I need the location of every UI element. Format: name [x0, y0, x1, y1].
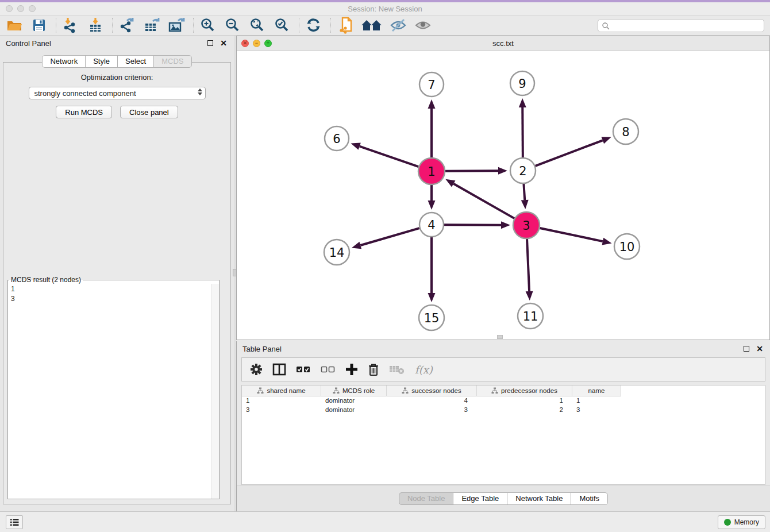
control-panel: Control Panel ✕ Network Style Select MCD… — [0, 36, 234, 511]
column-header-name[interactable]: name — [572, 385, 621, 396]
cell-shared-name[interactable]: 3 — [242, 406, 321, 415]
cell-name[interactable]: 3 — [572, 406, 621, 415]
delete-table-icon[interactable] — [389, 364, 405, 375]
cell-predecessor-nodes[interactable]: 2 — [477, 406, 572, 415]
graph-node-label: 4 — [428, 218, 435, 232]
import-table-button[interactable] — [86, 17, 105, 34]
column-label: name — [588, 387, 605, 394]
table-row[interactable]: 1 dominator 4 1 1 — [242, 396, 765, 406]
graph-edge-arrowhead — [519, 98, 526, 107]
zoom-fit-button[interactable] — [248, 17, 267, 34]
float-panel-icon[interactable] — [744, 346, 749, 352]
hide-selected-button[interactable] — [388, 17, 408, 34]
column-header-shared-name[interactable]: shared name — [242, 385, 321, 396]
tab-node-table[interactable]: Node Table — [399, 492, 454, 505]
cell-successor-nodes[interactable]: 4 — [387, 396, 477, 406]
status-bar: Memory — [0, 511, 770, 532]
home-button[interactable] — [360, 17, 383, 34]
import-network-button[interactable] — [61, 17, 80, 34]
deselect-all-checkboxes-icon[interactable] — [321, 364, 336, 375]
close-panel-button[interactable]: Close panel — [120, 106, 178, 118]
tab-style[interactable]: Style — [85, 55, 118, 68]
graph-node-label: 3 — [522, 219, 530, 233]
tab-network[interactable]: Network — [42, 55, 86, 68]
column-label: successor nodes — [411, 387, 461, 394]
column-header-mcds-role[interactable]: MCDS role — [321, 385, 387, 396]
graph-edge-2-3[interactable] — [523, 184, 525, 200]
zoom-selected-button[interactable] — [272, 17, 292, 34]
settings-gear-icon[interactable] — [250, 363, 263, 376]
cell-successor-nodes[interactable]: 3 — [387, 406, 477, 415]
add-column-icon[interactable] — [345, 363, 358, 376]
network-window-title: scc.txt — [237, 39, 769, 48]
mcds-result-box: MCDS result (2 nodes) 1 3 — [7, 276, 220, 499]
task-history-button[interactable] — [6, 515, 23, 529]
export-network-button[interactable] — [117, 17, 137, 34]
graph-edge-2-9[interactable] — [522, 107, 523, 157]
open-session-button[interactable] — [5, 17, 24, 34]
table-panel: Table Panel ✕ — [236, 341, 770, 511]
export-image-button[interactable] — [167, 17, 186, 34]
node-table[interactable]: shared name MCDS role successor nodes pr… — [241, 385, 765, 485]
column-type-icon — [402, 387, 409, 394]
graph-edge-arrowhead — [526, 291, 533, 300]
eye-icon — [414, 18, 432, 33]
graph-node-label: 7 — [428, 78, 435, 92]
memory-button[interactable]: Memory — [718, 515, 765, 529]
delete-trash-icon[interactable] — [368, 363, 379, 376]
tab-mcds[interactable]: MCDS — [153, 55, 191, 68]
tab-edge-table[interactable]: Edge Table — [453, 492, 507, 505]
show-all-button[interactable] — [413, 17, 433, 34]
save-session-button[interactable] — [29, 17, 49, 34]
split-panel-icon[interactable] — [272, 363, 286, 376]
graph-edge-4-3[interactable] — [444, 225, 501, 225]
task-list-icon — [10, 518, 19, 526]
function-builder-icon[interactable]: f(x) — [415, 364, 433, 376]
cell-name[interactable]: 1 — [572, 396, 621, 406]
select-all-checkboxes-icon[interactable] — [296, 364, 311, 375]
column-header-predecessor-nodes[interactable]: predecessor nodes — [477, 385, 572, 396]
graph-edge-3-10[interactable] — [540, 228, 602, 241]
cell-mcds-role[interactable]: dominator — [321, 396, 387, 406]
app-window: Session: New Session — [0, 0, 770, 532]
control-panel-title: Control Panel — [6, 39, 51, 48]
zoom-in-button[interactable] — [198, 17, 218, 34]
graph-edge-arrowhead — [428, 99, 436, 109]
graph-edge-4-14[interactable] — [360, 228, 419, 245]
run-mcds-button[interactable]: Run MCDS — [56, 106, 112, 118]
graph-edge-arrowhead — [428, 293, 436, 302]
import-network-icon — [63, 17, 79, 33]
result-scrollbar[interactable] — [211, 284, 219, 499]
canvas-resize-handle[interactable] — [497, 335, 503, 339]
tab-motifs[interactable]: Motifs — [571, 492, 608, 505]
network-graph[interactable]: 7968124314101511 — [237, 51, 769, 340]
mcds-result-title: MCDS result (2 nodes) — [9, 276, 83, 284]
column-header-successor-nodes[interactable]: successor nodes — [387, 385, 477, 396]
graph-edge-1-2[interactable] — [445, 171, 498, 171]
mcds-result-list[interactable]: 1 3 — [8, 284, 211, 499]
close-panel-icon[interactable]: ✕ — [756, 345, 763, 353]
graph-node-label: 11 — [523, 310, 538, 323]
cell-predecessor-nodes[interactable]: 1 — [477, 396, 572, 406]
tab-network-table[interactable]: Network Table — [507, 492, 571, 505]
refresh-button[interactable] — [304, 17, 324, 34]
toolbar-separator — [330, 18, 331, 33]
tab-select[interactable]: Select — [117, 55, 154, 68]
graph-edge-1-6[interactable] — [360, 147, 419, 167]
zoom-out-button[interactable] — [223, 17, 242, 34]
graph-edge-2-8[interactable] — [536, 140, 603, 166]
window-titlebar: Session: New Session — [0, 2, 770, 16]
table-row[interactable]: 3 dominator 3 2 3 — [242, 406, 765, 415]
network-canvas[interactable]: 7968124314101511 — [237, 51, 769, 340]
search-input[interactable] — [598, 19, 764, 32]
graph-edge-3-1[interactable] — [453, 184, 514, 218]
criterion-select[interactable]: strongly connected component — [29, 87, 206, 99]
cell-mcds-role[interactable]: dominator — [321, 406, 387, 415]
cell-shared-name[interactable]: 1 — [242, 396, 321, 406]
float-panel-icon[interactable] — [207, 40, 213, 46]
export-table-button[interactable] — [142, 17, 161, 34]
close-panel-icon[interactable]: ✕ — [220, 39, 227, 47]
new-network-from-selection-button[interactable] — [336, 17, 355, 34]
graph-node-label: 2 — [519, 164, 526, 178]
graph-edge-3-11[interactable] — [527, 239, 529, 291]
